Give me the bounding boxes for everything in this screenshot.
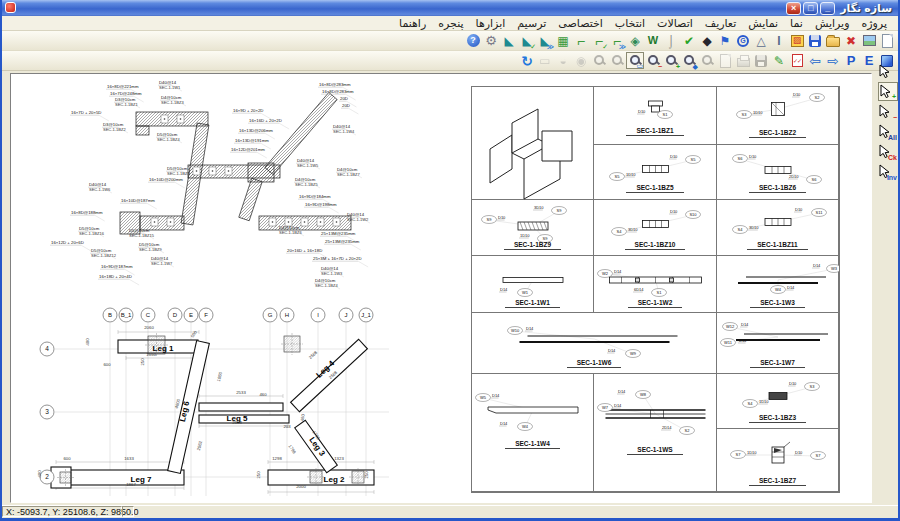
i-beam-icon[interactable]: I [770,32,788,49]
section-label: SEC-1-1W7 [750,359,805,368]
angle-profile-check-icon[interactable]: ⌐✓ [590,32,608,49]
section-cell-sec-1-1ws[interactable]: D14W8W7D142D14S2SEC-1-1WS [594,374,717,492]
menu-item-edit[interactable]: ویرایش [810,17,855,30]
svg-text:2: 2 [45,473,49,480]
menu-item-project[interactable]: پروژه [856,17,892,30]
section-cell-sec-1-1bz2[interactable]: D10S2S31D10SEC-1-1BZ2 [717,87,839,145]
section-cell-sec-1-1bz1[interactable]: D10S1SEC-1-1BZ1 [594,87,717,145]
svg-text:D14: D14 [608,348,616,353]
menu-item-tools[interactable]: ابزارها [471,17,511,30]
truss-roof-icon[interactable]: △ [752,32,770,49]
zoom-out-icon[interactable]: − [644,52,662,69]
menu-item-select[interactable]: انتخاب [610,17,650,30]
g-steel-icon[interactable]: G [734,32,752,49]
menu-item-view[interactable]: نما [785,17,808,30]
section-cell-sec-1-1w2[interactable]: W2D146D14S1SEC-1-1W2 [594,256,717,313]
angle-profile-icon[interactable]: ⌐ [572,32,590,49]
select-remove-icon[interactable]: − [878,102,898,121]
section-label: SEC-1-1BZ10 [625,241,686,250]
menu-item-draw[interactable]: ترسیم [512,17,551,30]
section-cell-sec-1-1bz6[interactable]: S6D102D10S6SEC-1-1BZ6 [717,145,839,200]
section-cell-sec-1-1w6[interactable]: W10D14D14W9SEC-1-1W6 [472,313,717,374]
print-preview-icon[interactable] [716,52,734,69]
drawing-canvas[interactable]: 16×8D@221mm16×7D@248mmD40@14SEC-1-1W1D3@… [10,73,872,503]
svg-text:16×13D@206mm: 16×13D@206mm [239,128,273,133]
image-view-icon[interactable] [860,32,878,49]
svg-text:D10: D10 [795,450,803,455]
select-invert-icon[interactable]: Inv [878,162,898,181]
section-cell-sec-1-1bz11[interactable]: D10S11S43D10SEC-1-1BZ11 [717,200,839,256]
section-cell-sec-1-1bz9[interactable]: S9D103D10S91D10S9SEC-1-1BZ9 [472,200,594,256]
menu-item-specific[interactable]: اختصاصی [553,17,608,30]
menu-item-help[interactable]: راهنما [394,17,431,30]
delete-red-icon[interactable]: ✖ [842,32,860,49]
zoom-realtime-icon[interactable] [608,52,626,69]
save-view-icon[interactable] [752,52,770,69]
svg-text:16×8D@221mm: 16×8D@221mm [107,84,139,89]
check-model-icon[interactable]: ✔ [680,32,698,49]
letter-e-icon[interactable]: E [860,52,878,69]
color-palette-icon[interactable]: ▨ [788,32,806,49]
select-add-icon[interactable]: + [878,82,898,101]
nav-forward-icon[interactable]: ⇨ [824,52,842,69]
maximize-button[interactable]: □ [803,2,818,15]
pan-icon[interactable]: ◉ [572,52,590,69]
view-toolbar: ↻▭◒◉▭−+◆✎✓✓⇦⇨PE [2,51,898,71]
svg-text:H: H [285,312,289,318]
svg-text:S7: S7 [736,452,742,457]
select-window-icon[interactable]: ▭ [536,52,554,69]
open-folder-icon[interactable] [824,32,842,49]
section-cell-sec-1-1bz10[interactable]: D10S10S43D10SEC-1-1BZ10 [594,200,717,256]
refresh-icon[interactable]: ↻ [518,52,536,69]
svg-text:Leg 2: Leg 2 [324,475,345,484]
menu-item-window[interactable]: پنجره [433,17,468,30]
plumb-bob-icon[interactable]: ◆ [698,32,716,49]
help-icon[interactable]: ? [464,32,482,49]
angle-profile-send-icon[interactable]: ⌐≫ [608,32,626,49]
zoom-previous-icon[interactable] [590,52,608,69]
menu-item-connections[interactable]: اتصالات [652,17,698,30]
zoom-in-icon[interactable]: + [662,52,680,69]
select-all-icon[interactable]: All [878,122,898,141]
edit-pen-icon[interactable]: ✎ [770,52,788,69]
zoom-window-icon[interactable]: ▭ [626,52,644,69]
word-export-icon[interactable]: W [644,32,662,49]
svg-text:D14: D14 [500,287,508,292]
zoom-scale-icon[interactable] [698,52,716,69]
app-icon[interactable] [5,2,16,13]
svg-text:B_1: B_1 [121,312,132,318]
svg-text:16×18D + 20×4D: 16×18D + 20×4D [99,274,132,279]
section-iso-view[interactable] [472,87,594,200]
section-cell-sec-1-1w7[interactable]: W12D14W11D14SEC-1-1W7 [717,313,839,374]
select-clear-icon[interactable]: Ck [878,142,898,161]
frame-3d-send-icon[interactable]: ◣≫ [536,32,554,49]
print-icon[interactable] [734,52,752,69]
section-cell-sec-1-1w4[interactable]: W5D14D14W4SEC-1-1W4 [472,374,594,492]
close-button[interactable]: × [786,2,801,15]
nav-back-icon[interactable]: ⇦ [806,52,824,69]
settings-gear-icon[interactable]: ⚙ [482,32,500,49]
shield-check-icon[interactable]: ◈ [626,32,644,49]
menu-item-display[interactable]: نمایش [743,17,783,30]
new-document-icon[interactable] [878,32,896,49]
svg-text:250: 250 [140,358,145,366]
checklist-icon[interactable]: ✓✓ [788,52,806,69]
section-cell-sec-1-1w3[interactable]: D14W3W4D14SEC-1-1W3 [717,256,839,313]
shaded-view-icon[interactable]: ◒ [554,52,572,69]
frame-3d-icon[interactable]: ◣ [500,32,518,49]
clamp-tool-icon[interactable]: ⌡ [662,32,680,49]
grid-building-icon[interactable]: ▦ [554,32,572,49]
save-icon[interactable] [806,32,824,49]
flag-blue-icon[interactable]: ⚑ [716,32,734,49]
section-cell-sec-1-1w1[interactable]: D14W1SEC-1-1W1 [472,256,594,313]
section-cell-sec-1-1bz5[interactable]: D10S5S51D10SEC-1-1BZ5 [594,145,717,200]
svg-text:SEC-1-1BZ16: SEC-1-1BZ16 [79,231,105,236]
menu-item-definitions[interactable]: تعاریف [700,17,741,30]
section-cell-sec-1-1bz7[interactable]: S71D10D10S7SEC-1-1BZ7 [717,429,839,492]
letter-p-icon[interactable]: P [842,52,860,69]
sections-panel[interactable]: D10S1SEC-1-1BZ1D10S2S31D10SEC-1-1BZ2D10S… [471,86,840,493]
minimize-button[interactable]: _ [820,2,835,15]
section-cell-sec-1-1bz3[interactable]: D10S3S41D10SEC-1-1BZ3 [717,374,839,429]
zoom-extents-icon[interactable]: ◆ [680,52,698,69]
frame-3d-check-icon[interactable]: ◣✓ [518,32,536,49]
